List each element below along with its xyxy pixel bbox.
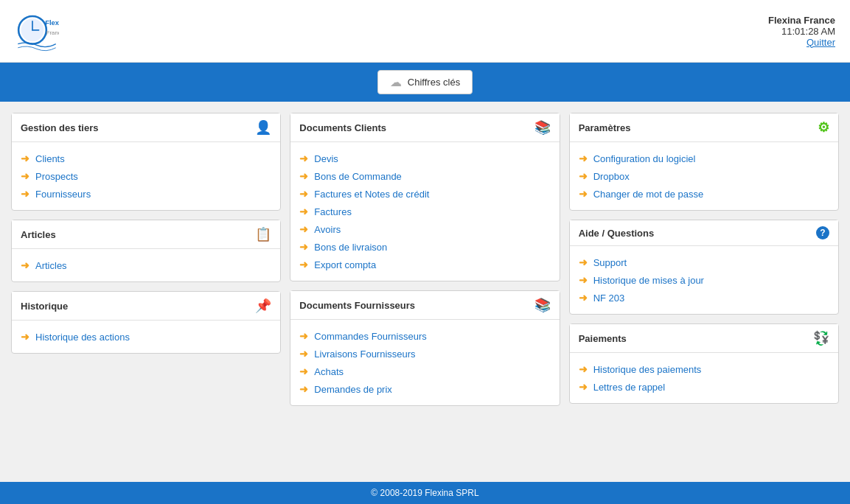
paiements-icon: 💱 bbox=[813, 330, 829, 346]
menu-item-historique-actions[interactable]: ➜ Historique des actions bbox=[21, 328, 271, 346]
arrow-icon: ➜ bbox=[299, 241, 308, 253]
arrow-icon: ➜ bbox=[21, 188, 29, 200]
left-column: Gestion des tiers 👤 ➜ Clients ➜ Prospect… bbox=[11, 113, 281, 406]
card-documents-fournisseurs-header: Documents Fournisseurs 📚 bbox=[290, 291, 559, 320]
card-paiements: Paiements 💱 ➜ Historique des paiements ➜… bbox=[569, 323, 839, 404]
arrow-icon: ➜ bbox=[579, 188, 588, 200]
menu-item-avoirs-label: Avoirs bbox=[314, 224, 341, 235]
menu-item-bons-commande[interactable]: ➜ Bons de Commande bbox=[299, 167, 550, 185]
menu-item-historique-maj-label: Historique de mises à jour bbox=[593, 275, 704, 286]
menu-item-livraisons-fournisseurs-label: Livraisons Fournisseurs bbox=[314, 349, 415, 360]
arrow-icon: ➜ bbox=[579, 381, 588, 393]
menu-item-bons-livraison[interactable]: ➜ Bons de livraison bbox=[299, 238, 550, 256]
arrow-icon: ➜ bbox=[299, 348, 308, 360]
menu-item-support[interactable]: ➜ Support bbox=[579, 253, 829, 271]
menu-item-commandes-fournisseurs[interactable]: ➜ Commandes Fournisseurs bbox=[299, 327, 550, 345]
menu-item-support-label: Support bbox=[593, 257, 627, 268]
arrow-icon: ➜ bbox=[299, 223, 308, 235]
menu-item-achats-label: Achats bbox=[314, 366, 344, 377]
company-name: Flexina France bbox=[768, 15, 835, 26]
card-gestion-tiers-title: Gestion des tiers bbox=[21, 122, 98, 133]
menu-item-dropbox-label: Dropbox bbox=[593, 171, 630, 182]
arrow-icon: ➜ bbox=[299, 259, 308, 270]
menu-item-factures-label: Factures bbox=[314, 206, 352, 217]
quit-button[interactable]: Quitter bbox=[768, 37, 835, 48]
header: Flexina France Flexina France 11:01:28 A… bbox=[0, 0, 850, 63]
cloud-icon: ☁ bbox=[390, 75, 402, 89]
menu-item-clients[interactable]: ➜ Clients bbox=[21, 150, 271, 167]
menu-item-demandes-prix-label: Demandes de prix bbox=[314, 384, 392, 395]
menu-item-demandes-prix[interactable]: ➜ Demandes de prix bbox=[299, 380, 550, 398]
menu-item-devis[interactable]: ➜ Devis bbox=[299, 150, 550, 167]
card-documents-fournisseurs: Documents Fournisseurs 📚 ➜ Commandes Fou… bbox=[290, 290, 560, 406]
menu-item-changer-mdp[interactable]: ➜ Changer de mot de passe bbox=[579, 185, 829, 203]
menu-item-factures-notes-label: Factures et Notes de crédit bbox=[314, 189, 429, 200]
arrow-icon: ➜ bbox=[21, 153, 29, 164]
card-articles-header: Articles 📋 bbox=[12, 220, 280, 249]
menu-item-export-compta-label: Export compta bbox=[314, 259, 376, 270]
chiffres-cles-button[interactable]: ☁ Chiffres clés bbox=[377, 70, 473, 94]
arrow-icon: ➜ bbox=[299, 188, 308, 200]
card-documents-clients: Documents Clients 📚 ➜ Devis ➜ Bons de Co… bbox=[290, 113, 560, 281]
menu-item-avoirs[interactable]: ➜ Avoirs bbox=[299, 220, 550, 238]
middle-column: Documents Clients 📚 ➜ Devis ➜ Bons de Co… bbox=[290, 113, 560, 406]
menu-item-prospects[interactable]: ➜ Prospects bbox=[21, 167, 271, 185]
logo-area: Flexina France bbox=[15, 11, 65, 52]
arrow-icon: ➜ bbox=[299, 330, 308, 342]
articles-icon: 📋 bbox=[255, 226, 271, 242]
menu-item-changer-mdp-label: Changer de mot de passe bbox=[593, 189, 704, 200]
arrow-icon: ➜ bbox=[21, 170, 29, 182]
menu-item-nf203-label: NF 203 bbox=[593, 293, 625, 304]
menu-item-export-compta[interactable]: ➜ Export compta bbox=[299, 256, 550, 273]
parametres-icon: ⚙ bbox=[818, 119, 829, 136]
documents-clients-icon: 📚 bbox=[534, 119, 551, 136]
menu-item-factures-notes[interactable]: ➜ Factures et Notes de crédit bbox=[299, 185, 550, 203]
card-aide-header: Aide / Questions ? bbox=[570, 220, 838, 246]
current-time: 11:01:28 AM bbox=[768, 26, 835, 37]
menu-item-fournisseurs[interactable]: ➜ Fournisseurs bbox=[21, 185, 271, 203]
card-paiements-header: Paiements 💱 bbox=[570, 324, 838, 353]
menu-item-config-logiciel[interactable]: ➜ Configuration du logiciel bbox=[579, 150, 829, 167]
menu-item-clients-label: Clients bbox=[35, 153, 65, 164]
arrow-icon: ➜ bbox=[579, 292, 588, 304]
card-parametres-body: ➜ Configuration du logiciel ➜ Dropbox ➜ … bbox=[570, 142, 838, 210]
person-icon: 👤 bbox=[255, 119, 271, 136]
svg-text:Flexina: Flexina bbox=[45, 18, 59, 26]
arrow-icon: ➜ bbox=[579, 256, 588, 268]
documents-fournisseurs-icon: 📚 bbox=[534, 297, 551, 313]
menu-item-lettres-rappel-label: Lettres de rappel bbox=[593, 382, 666, 393]
arrow-icon: ➜ bbox=[299, 365, 308, 377]
card-documents-clients-body: ➜ Devis ➜ Bons de Commande ➜ Factures et… bbox=[290, 142, 559, 281]
card-paiements-body: ➜ Historique des paiements ➜ Lettres de … bbox=[570, 353, 838, 403]
right-column: Paramètres ⚙ ➜ Configuration du logiciel… bbox=[569, 113, 839, 406]
flexina-logo: Flexina France bbox=[15, 11, 59, 52]
card-paiements-title: Paiements bbox=[579, 333, 627, 344]
menu-item-livraisons-fournisseurs[interactable]: ➜ Livraisons Fournisseurs bbox=[299, 345, 550, 363]
card-historique: Historique 📌 ➜ Historique des actions bbox=[11, 291, 281, 354]
card-documents-fournisseurs-title: Documents Fournisseurs bbox=[299, 300, 415, 311]
card-aide-body: ➜ Support ➜ Historique de mises à jour ➜… bbox=[570, 246, 838, 314]
card-historique-header: Historique 📌 bbox=[12, 292, 280, 321]
arrow-icon: ➜ bbox=[579, 363, 588, 375]
arrow-icon: ➜ bbox=[299, 383, 308, 395]
arrow-icon: ➜ bbox=[21, 259, 29, 271]
menu-item-articles[interactable]: ➜ Articles bbox=[21, 256, 271, 274]
header-info: Flexina France 11:01:28 AM Quitter bbox=[768, 15, 835, 48]
menu-item-bons-commande-label: Bons de Commande bbox=[314, 171, 402, 182]
arrow-icon: ➜ bbox=[299, 153, 308, 164]
card-articles-body: ➜ Articles bbox=[12, 249, 280, 281]
menu-item-lettres-rappel[interactable]: ➜ Lettres de rappel bbox=[579, 378, 829, 396]
menu-item-historique-mises-a-jour[interactable]: ➜ Historique de mises à jour bbox=[579, 271, 829, 289]
menu-item-nf203[interactable]: ➜ NF 203 bbox=[579, 289, 829, 307]
card-gestion-tiers-body: ➜ Clients ➜ Prospects ➜ Fournisseurs bbox=[12, 142, 280, 210]
card-documents-clients-header: Documents Clients 📚 bbox=[290, 113, 559, 142]
menu-item-bons-livraison-label: Bons de livraison bbox=[314, 242, 387, 253]
card-aide: Aide / Questions ? ➜ Support ➜ Historiqu… bbox=[569, 220, 839, 315]
menu-item-achats[interactable]: ➜ Achats bbox=[299, 363, 550, 380]
menu-item-fournisseurs-label: Fournisseurs bbox=[35, 189, 91, 200]
card-historique-body: ➜ Historique des actions bbox=[12, 321, 280, 353]
menu-item-factures[interactable]: ➜ Factures bbox=[299, 203, 550, 220]
menu-item-historique-paiements[interactable]: ➜ Historique des paiements bbox=[579, 360, 829, 378]
card-gestion-tiers-header: Gestion des tiers 👤 bbox=[12, 113, 280, 142]
menu-item-dropbox[interactable]: ➜ Dropbox bbox=[579, 167, 829, 185]
